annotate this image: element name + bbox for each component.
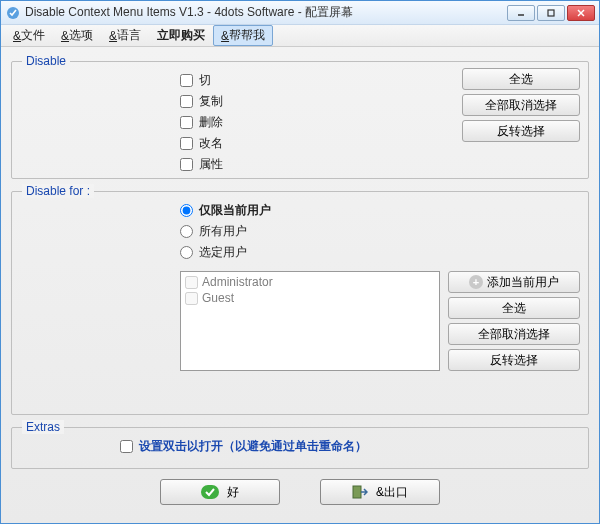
users-deselect-all-button[interactable]: 全部取消选择 <box>448 323 580 345</box>
add-current-user-button[interactable]: +添加当前用户 <box>448 271 580 293</box>
group-disable-for-legend: Disable for : <box>22 184 94 198</box>
bottom-bar: 好 &出口 <box>11 473 589 513</box>
check-doubleclick[interactable]: 设置双击以打开（以避免通过单击重命名） <box>120 438 580 455</box>
exit-icon <box>352 485 368 499</box>
radio-selected-users[interactable]: 选定用户 <box>180 244 580 261</box>
user-list-row: Administrator Guest +添加当前用户 全选 全部取消选择 反转… <box>20 271 580 371</box>
menu-language[interactable]: &语言 <box>101 25 149 46</box>
menu-file[interactable]: &文件 <box>5 25 53 46</box>
invert-selection-button[interactable]: 反转选择 <box>462 120 580 142</box>
window-controls <box>507 5 595 21</box>
radio-current-user[interactable]: 仅限当前用户 <box>180 202 580 219</box>
group-extras: Extras 设置双击以打开（以避免通过单击重命名） <box>11 427 589 469</box>
check-properties[interactable]: 属性 <box>180 156 580 173</box>
radio-all-users[interactable]: 所有用户 <box>180 223 580 240</box>
users-select-all-button[interactable]: 全选 <box>448 297 580 319</box>
disable-for-radios: 仅限当前用户 所有用户 选定用户 <box>180 202 580 261</box>
app-window: Disable Context Menu Items V1.3 - 4dots … <box>0 0 600 524</box>
list-item[interactable]: Administrator <box>183 274 437 290</box>
window-title: Disable Context Menu Items V1.3 - 4dots … <box>25 4 507 21</box>
group-extras-legend: Extras <box>22 420 64 434</box>
plus-icon: + <box>469 275 483 289</box>
menu-bar: &文件 &选项 &语言 立即购买 &帮帮我 <box>1 25 599 47</box>
users-invert-selection-button[interactable]: 反转选择 <box>448 349 580 371</box>
close-button[interactable] <box>567 5 595 21</box>
list-item[interactable]: Guest <box>183 290 437 306</box>
deselect-all-button[interactable]: 全部取消选择 <box>462 94 580 116</box>
svg-rect-5 <box>353 486 361 498</box>
maximize-button[interactable] <box>537 5 565 21</box>
title-bar: Disable Context Menu Items V1.3 - 4dots … <box>1 1 599 25</box>
group-disable-legend: Disable <box>22 54 70 68</box>
user-list-buttons: +添加当前用户 全选 全部取消选择 反转选择 <box>448 271 580 371</box>
ok-button[interactable]: 好 <box>160 479 280 505</box>
group-disable-for: Disable for : 仅限当前用户 所有用户 选定用户 Administr… <box>11 191 589 415</box>
menu-buy-now[interactable]: 立即购买 <box>149 25 213 46</box>
svg-rect-2 <box>548 10 554 16</box>
exit-button[interactable]: &出口 <box>320 479 440 505</box>
client-area: Disable 切 复制 删除 改名 属性 全选 全部取消选择 反转选择 Dis… <box>1 47 599 523</box>
group-disable: Disable 切 复制 删除 改名 属性 全选 全部取消选择 反转选择 <box>11 61 589 179</box>
check-icon <box>201 485 219 499</box>
select-all-button[interactable]: 全选 <box>462 68 580 90</box>
app-icon <box>5 5 21 21</box>
menu-help[interactable]: &帮帮我 <box>213 25 273 46</box>
user-list[interactable]: Administrator Guest <box>180 271 440 371</box>
menu-options[interactable]: &选项 <box>53 25 101 46</box>
minimize-button[interactable] <box>507 5 535 21</box>
disable-select-buttons: 全选 全部取消选择 反转选择 <box>462 68 580 142</box>
